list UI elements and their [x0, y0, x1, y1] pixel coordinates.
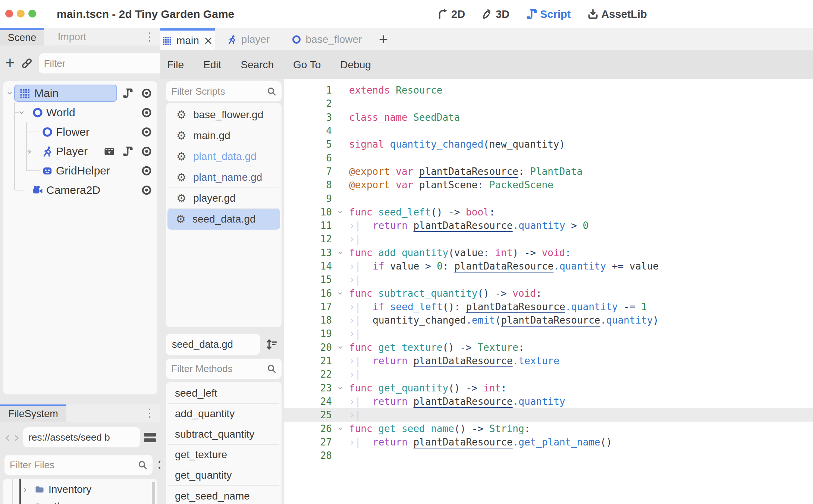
scene-instance-button[interactable] [104, 146, 115, 157]
code-line-7[interactable]: 7 @export var plantDataResource: PlantDa… [284, 165, 813, 178]
scene-tab-base_flower[interactable]: base_flower [282, 28, 371, 50]
code-line-6[interactable]: 6 [284, 151, 813, 164]
close-window-button[interactable] [5, 10, 13, 18]
code-line-19[interactable]: 19 ›| [284, 327, 813, 340]
code-line-9[interactable]: 9 [284, 192, 813, 205]
code-line-2[interactable]: 2 [284, 97, 813, 110]
fs-item-others[interactable]: › others [3, 498, 157, 504]
code-line-27[interactable]: 27 ›|return plantDataResource.get_plant_… [284, 435, 813, 449]
fold-chevron-icon[interactable]: › [336, 292, 345, 295]
fs-item-Inventory[interactable]: › Inventory [3, 481, 157, 498]
menu-file[interactable]: File [167, 59, 184, 71]
fold-chevron-icon[interactable]: › [336, 427, 345, 431]
method-item-get_texture[interactable]: get_texture [168, 445, 279, 465]
expand-chevron-icon[interactable]: › [23, 485, 27, 494]
filesystem-menu-icon[interactable]: ⋮ [144, 407, 155, 419]
visibility-toggle[interactable] [141, 146, 152, 157]
visibility-toggle[interactable] [141, 165, 152, 176]
add-node-button[interactable]: + [5, 54, 15, 71]
script-item-plant_name.gd[interactable]: ⚙ plant_name.gd [168, 167, 279, 188]
code-line-11[interactable]: 11 ›|return plantDataResource.quantity >… [284, 219, 813, 232]
code-line-18[interactable]: 18 ›|quantity_changed.emit(plantDataReso… [284, 314, 813, 327]
code-line-22[interactable]: 22 ›| [284, 368, 813, 381]
fold-chevron-icon[interactable]: › [336, 210, 345, 214]
code-line-14[interactable]: 14 ›|if value > 0: plantDataResource.qua… [284, 259, 813, 273]
code-line-21[interactable]: 21 ›|return plantDataResource.texture [284, 354, 813, 368]
workspace-3d-button[interactable]: 3D [481, 8, 509, 21]
new-scene-tab-button[interactable]: + [371, 28, 395, 50]
scene-tab-player[interactable]: player [215, 28, 282, 50]
menu-go-to[interactable]: Go To [293, 59, 321, 71]
code-editor[interactable]: 1 extends Resource 2 3 class_name SeedDa… [284, 79, 813, 504]
filter-scripts-input[interactable] [171, 86, 264, 97]
fold-chevron-icon[interactable]: › [336, 386, 345, 390]
code-line-23[interactable]: 23 › func get_quantity() -> int: [284, 381, 813, 395]
scene-tab-main[interactable]: main× [160, 28, 215, 50]
fs-forward-button[interactable]: › [14, 430, 19, 444]
script-item-plant_data.gd[interactable]: ⚙ plant_data.gd [168, 146, 279, 167]
workspace-script-button[interactable]: Script [526, 8, 571, 21]
code-line-20[interactable]: 20 › func get_texture() -> Texture: [284, 341, 813, 354]
tree-node-Main[interactable]: › Main [3, 84, 157, 103]
tab-scene[interactable]: Scene [0, 28, 44, 45]
fs-scrollbar[interactable] [152, 482, 155, 504]
script-item-base_flower.gd[interactable]: ⚙ base_flower.gd [168, 104, 279, 125]
code-line-28[interactable]: 28 [284, 449, 813, 462]
scene-dock-menu-icon[interactable]: ⋮ [144, 31, 155, 42]
visibility-toggle[interactable] [141, 126, 152, 138]
code-line-17[interactable]: 17 ›|if seed_left(): plantDataResource.q… [284, 300, 813, 314]
script-item-label: main.gd [193, 130, 230, 142]
code-line-13[interactable]: 13 › func add_quantity(value: int) -> vo… [284, 246, 813, 259]
menu-debug[interactable]: Debug [340, 59, 371, 71]
code-line-24[interactable]: 24 ›|return plantDataResource.quantity [284, 395, 813, 408]
workspace-assetlib-button[interactable]: AssetLib [587, 8, 647, 21]
fold-chevron-icon[interactable]: › [336, 346, 345, 349]
code-line-5[interactable]: 5 signal quantity_changed(new_quantity) [284, 138, 813, 151]
code-line-8[interactable]: 8 @export var plantScene: PackedScene [284, 178, 813, 192]
method-item-add_quantity[interactable]: add_quantity [168, 404, 279, 424]
menu-edit[interactable]: Edit [203, 59, 221, 71]
fs-filter-input[interactable] [10, 459, 135, 471]
visibility-toggle[interactable] [141, 88, 152, 99]
line-number: 5 [284, 139, 332, 150]
attached-script-button[interactable] [122, 146, 134, 157]
fs-display-mode-icon[interactable] [144, 433, 156, 442]
filter-methods-input[interactable] [171, 363, 264, 375]
attached-script-button[interactable] [122, 88, 134, 99]
method-item-subtract_quantity[interactable]: subtract_quantity [168, 424, 279, 445]
zoom-window-button[interactable] [28, 10, 36, 18]
code-line-16[interactable]: 16 › func subtract_quantity() -> void: [284, 286, 813, 300]
fs-path-input[interactable] [28, 432, 135, 443]
scene-filter-input[interactable] [44, 58, 169, 69]
method-item-get_quantity[interactable]: get_quantity [168, 465, 279, 486]
code-line-12[interactable]: 12 ›| [284, 232, 813, 246]
code-line-15[interactable]: 15 ›| [284, 273, 813, 286]
fs-back-button[interactable]: ‹ [4, 430, 10, 444]
instance-scene-button[interactable] [21, 57, 33, 69]
tree-node-Camera2D[interactable]: Camera2D [3, 180, 157, 200]
expand-chevron-icon[interactable]: › [23, 502, 27, 504]
code-line-3[interactable]: 3 class_name SeedData [284, 111, 813, 124]
code-line-4[interactable]: 4 [284, 124, 813, 138]
visibility-toggle[interactable] [141, 107, 152, 118]
method-item-seed_left[interactable]: seed_left [168, 383, 279, 404]
menu-search[interactable]: Search [241, 59, 274, 71]
visibility-toggle[interactable] [141, 185, 152, 196]
close-tab-icon[interactable]: × [204, 34, 213, 47]
script-item-main.gd[interactable]: ⚙ main.gd [168, 125, 279, 146]
code-line-26[interactable]: 26 › func get_seed_name() -> String: [284, 422, 813, 435]
tree-node-World[interactable]: › World [3, 103, 157, 122]
tab-import[interactable]: Import [44, 28, 100, 45]
collapse-chevron-icon[interactable]: › [5, 91, 15, 95]
tab-filesystem[interactable]: FileSystem [0, 404, 66, 422]
script-item-seed_data.gd[interactable]: ⚙ seed_data.gd [167, 209, 280, 230]
code-line-25[interactable]: 25 ›| [284, 408, 813, 422]
method-sort-icon[interactable] [265, 338, 278, 351]
code-line-1[interactable]: 1 extends Resource [284, 84, 813, 97]
workspace-2d-button[interactable]: 2D [437, 8, 465, 21]
script-item-player.gd[interactable]: ⚙ player.gd [168, 188, 279, 209]
method-item-get_seed_name[interactable]: get_seed_name [168, 486, 279, 504]
fold-chevron-icon[interactable]: › [336, 251, 345, 255]
minimize-window-button[interactable] [17, 10, 25, 18]
code-line-10[interactable]: 10 › func seed_left() -> bool: [284, 205, 813, 219]
